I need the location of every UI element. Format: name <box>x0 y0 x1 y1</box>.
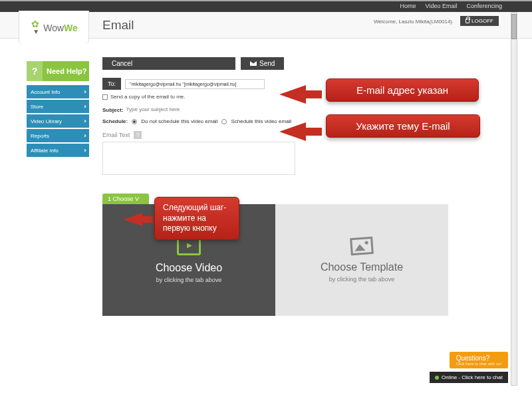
nav-home[interactable]: Home <box>400 3 416 9</box>
schedule-label: Schedule: <box>102 118 128 124</box>
subject-row: Subject: <box>102 106 475 113</box>
questions-sub: Click here to chat with us! <box>456 362 501 366</box>
choose-video-sub: by clicking the tab above <box>156 277 222 283</box>
to-input[interactable]: "mikitagergo@vipmail.hu "[mikitagergo@vi… <box>125 79 265 89</box>
sidebar-item-store[interactable]: Store›› <box>27 100 89 113</box>
callout-next-step: Следующий шаг- нажмите на первую кнопку <box>154 197 239 240</box>
callout-specify-subject: Укажите тему E-mail <box>326 114 480 138</box>
choose-video-title: Choose Video <box>156 262 222 274</box>
sidebar: ? Need Help? Account Info›› Store›› Vide… <box>27 61 89 158</box>
scrollbar[interactable] <box>511 12 517 386</box>
email-text-input[interactable] <box>102 142 295 175</box>
radio-schedule[interactable] <box>221 119 227 124</box>
step-1-tab[interactable]: 1 Choose V <box>102 194 149 204</box>
welcome-text: Welcome, Laszlo Mikita(LM0014) <box>374 19 452 25</box>
scroll-thumb[interactable] <box>511 14 517 39</box>
subject-input[interactable] <box>126 106 219 113</box>
sidebar-item-account[interactable]: Account Info›› <box>27 85 89 98</box>
send-copy-label: Send a copy of the email to me. <box>110 94 186 100</box>
chat-label: Online - Click here to chat <box>442 374 503 380</box>
subject-label: Subject: <box>102 107 124 113</box>
logo-text: WowWe <box>43 23 78 33</box>
sidebar-item-reports[interactable]: Reports›› <box>27 129 89 142</box>
questions-widget[interactable]: Questions? Click here to chat with us! <box>450 352 508 368</box>
callout-email-specified: E-mail адрес указан <box>326 78 479 102</box>
sidebar-item-label: Reports <box>31 133 49 139</box>
arrow-icon <box>279 85 306 104</box>
sidebar-item-label: Account Info <box>31 89 60 95</box>
chevron-right-icon: ›› <box>84 118 85 124</box>
nav-conferencing[interactable]: Conferencing <box>466 3 502 9</box>
arrow-icon <box>124 213 142 226</box>
to-label: To: <box>102 78 121 90</box>
chevron-right-icon: ›› <box>84 88 85 95</box>
chevron-right-icon: ›› <box>84 147 85 154</box>
chat-widget[interactable]: Online - Click here to chat <box>430 372 508 383</box>
logo-icon <box>30 20 42 36</box>
logoff-button[interactable]: LOGOFF <box>460 16 499 26</box>
online-dot-icon <box>435 376 439 380</box>
sidebar-item-affiliate[interactable]: Affiliate Info›› <box>27 144 89 157</box>
help-icon: ? <box>27 61 43 81</box>
sidebar-item-label: Video Library <box>31 118 62 124</box>
send-label: Send <box>259 60 275 67</box>
help-tooltip-icon[interactable]: ? <box>134 131 142 139</box>
need-help-button[interactable]: ? Need Help? <box>27 61 89 81</box>
choose-template-sub: by clicking the tab above <box>329 276 395 283</box>
sidebar-item-label: Affiliate Info <box>31 148 59 154</box>
checkbox-icon[interactable] <box>102 94 108 100</box>
arrow-icon <box>279 122 306 141</box>
lock-icon <box>466 19 469 23</box>
choose-template-panel[interactable]: Choose Template by clicking the tab abov… <box>275 204 448 316</box>
nav-video-email[interactable]: Video Email <box>426 3 458 9</box>
image-icon <box>350 237 374 255</box>
top-nav: Home Video Email Conferencing <box>400 3 502 9</box>
send-button[interactable]: Send <box>241 57 284 70</box>
chevron-right-icon: ›› <box>84 132 85 139</box>
radio-no-schedule[interactable] <box>132 119 137 124</box>
sidebar-item-video-library[interactable]: Video Library›› <box>27 114 89 128</box>
cancel-button[interactable]: Cancel <box>102 57 235 70</box>
envelope-icon <box>250 61 257 66</box>
toolbar: Cancel Send <box>102 57 475 70</box>
email-text-label: Email Text <box>102 132 130 138</box>
logo[interactable]: WowWe <box>19 11 89 44</box>
chevron-right-icon: ›› <box>84 103 85 110</box>
sidebar-item-label: Store <box>31 104 43 110</box>
logoff-label: LOGOFF <box>471 18 493 24</box>
choose-template-title: Choose Template <box>321 261 403 273</box>
questions-label: Questions? <box>456 354 490 362</box>
help-label: Need Help? <box>47 67 87 75</box>
page-title: Email <box>102 18 134 33</box>
schedule-no-label: Do not schedule this video email <box>141 118 217 124</box>
